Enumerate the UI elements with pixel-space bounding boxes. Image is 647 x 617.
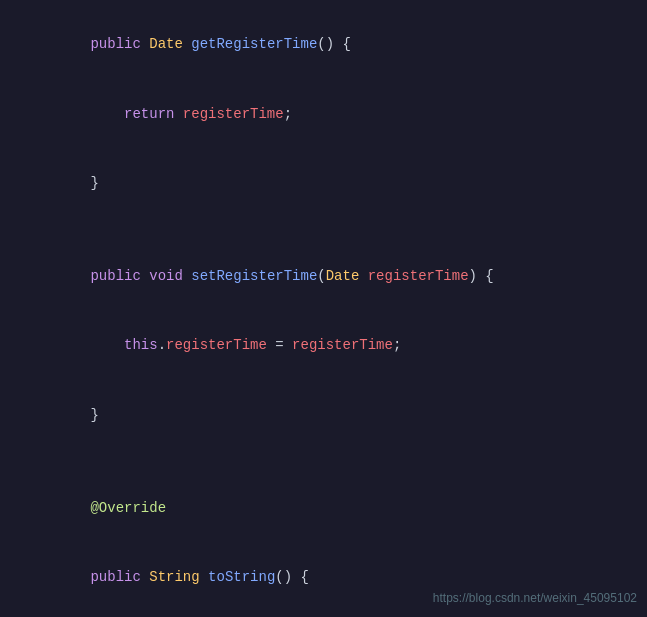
code-editor: public Date getRegisterTime() { return r… — [0, 0, 647, 617]
code-line-11: return "User{" + — [0, 612, 647, 617]
code-line-4 — [0, 218, 647, 242]
code-line-6: this.registerTime = registerTime; — [0, 311, 647, 380]
code-line-8 — [0, 449, 647, 473]
code-line-3: } — [0, 148, 647, 217]
code-line-2: return registerTime; — [0, 79, 647, 148]
code-line-9: @Override — [0, 474, 647, 543]
code-line-7: } — [0, 380, 647, 449]
code-line-5: public void setRegisterTime(Date registe… — [0, 242, 647, 311]
watermark: https://blog.csdn.net/weixin_45095102 — [433, 591, 637, 605]
code-line-1: public Date getRegisterTime() { — [0, 10, 647, 79]
